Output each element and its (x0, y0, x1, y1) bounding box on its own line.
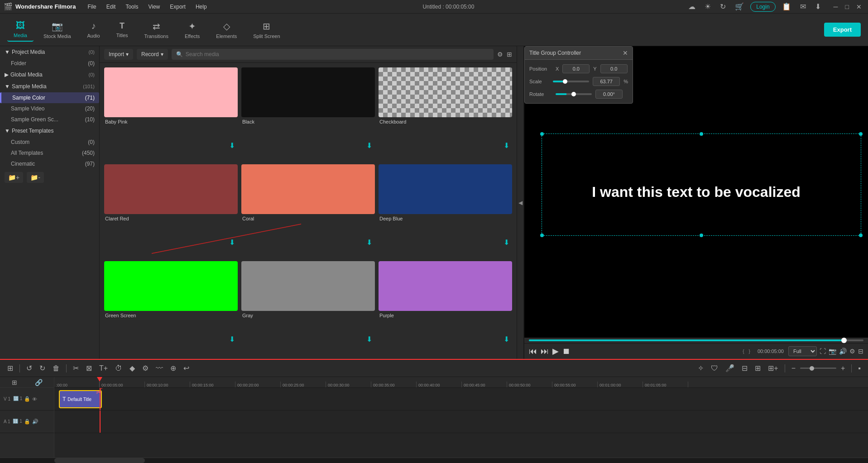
menu-file[interactable]: File (83, 2, 101, 12)
add-track-button[interactable]: ⊞ (12, 379, 17, 386)
record-button[interactable]: Record ▾ (137, 49, 168, 60)
zoom-out-button[interactable]: − (789, 363, 798, 374)
menu-help[interactable]: Help (191, 2, 211, 12)
scale-slider[interactable] (553, 81, 589, 82)
seek-thumb[interactable] (841, 338, 847, 343)
toolbar-transitions[interactable]: ⇄ Transitions (138, 18, 175, 42)
media-item-coral[interactable]: ⬇ Coral (241, 164, 375, 258)
v1-eye[interactable]: 👁 (32, 396, 37, 402)
link-button[interactable]: 🔗 (35, 379, 43, 386)
audio-wave-button[interactable]: 〰 (153, 363, 166, 374)
rotate-input[interactable] (595, 90, 623, 99)
mic-button[interactable]: 🎤 (723, 363, 737, 374)
tgc-close-button[interactable]: ✕ (623, 49, 628, 57)
media-item-black[interactable]: ⬇ Black (241, 67, 375, 161)
menu-edit[interactable]: Edit (102, 2, 120, 12)
media-item-green[interactable]: ⬇ Green Screen (104, 261, 238, 354)
project-media-header[interactable]: ▼ Project Media (0) (0, 46, 99, 58)
global-media-header[interactable]: ▶ Global Media (0) (0, 69, 99, 81)
export-button[interactable]: Export (824, 23, 861, 37)
login-button[interactable]: Login (750, 2, 775, 12)
ai-button[interactable]: ✧ (695, 363, 706, 374)
cloud-icon-btn[interactable]: ☁ (686, 1, 698, 12)
menu-export[interactable]: Export (165, 2, 190, 12)
media-item-checkboard[interactable]: ⬇ Checkboard (379, 67, 512, 161)
search-input[interactable] (186, 51, 489, 57)
minimize-button[interactable]: ─ (831, 2, 841, 11)
shield-button[interactable]: 🛡 (708, 363, 721, 374)
a1-lock[interactable]: 🔒 (24, 419, 30, 425)
loop-button[interactable]: ↩ (181, 363, 192, 374)
settings-button[interactable]: ⚙ (849, 348, 855, 355)
close-button[interactable]: ✕ (854, 2, 864, 11)
timeline-settings-button[interactable]: ▪ (855, 363, 863, 374)
clock-button[interactable]: ⏱ (112, 363, 125, 374)
paint-button[interactable]: ◆ (127, 363, 138, 374)
toolbar-stock-media[interactable]: 📷 Stock Media (37, 18, 77, 42)
sample-color-item[interactable]: Sample Color (71) (0, 92, 99, 103)
grid-button[interactable]: ⊞ (752, 363, 763, 374)
adjust-button[interactable]: ⚙ (139, 363, 151, 374)
toolbar-elements[interactable]: ◇ Elements (210, 18, 243, 42)
undo-button[interactable]: ↺ (24, 363, 35, 374)
text-button[interactable]: T+ (96, 363, 110, 374)
fullscreen-button[interactable]: ⛶ (820, 348, 826, 355)
media-item-deep-blue[interactable]: ⬇ Deep Blue (379, 164, 512, 258)
all-templates-item[interactable]: All Templates (450) (0, 148, 99, 158)
folder-item[interactable]: Folder (0) (0, 58, 99, 69)
toolbar-media[interactable]: 🖼 Media (7, 18, 34, 42)
merge-button[interactable]: ⊕ (168, 363, 179, 374)
stop-button[interactable]: ⏹ (562, 347, 571, 356)
import-button[interactable]: Import ▾ (104, 49, 133, 60)
play-button[interactable]: ▶ (552, 346, 559, 356)
remove-folder-button[interactable]: 📁- (27, 172, 44, 183)
toolbar-audio[interactable]: ♪ Audio (81, 18, 106, 41)
default-title-clip[interactable]: T Default Title (59, 390, 102, 408)
timeline-ruler[interactable]: :00:00 00:00:05:00 00:00:10:00 00:00:15:… (54, 377, 868, 388)
insert-button[interactable]: ⊞+ (765, 363, 781, 374)
timeline-zoom-slider[interactable] (800, 368, 836, 369)
toolbar-titles[interactable]: T Titles (110, 19, 134, 41)
volume-button[interactable]: 🔊 (839, 348, 847, 355)
preset-templates-header[interactable]: ▼ Preset Templates (0, 125, 99, 137)
media-item-claret[interactable]: ⬇ Claret Red (104, 164, 238, 258)
bookmark-icon-btn[interactable]: 📋 (779, 1, 794, 12)
sample-video-item[interactable]: Sample Video (20) (0, 103, 99, 114)
custom-item[interactable]: Custom (0) (0, 137, 99, 148)
media-item-purple[interactable]: ⬇ Purple (379, 261, 512, 354)
position-x-input[interactable] (562, 64, 590, 73)
rotate-slider[interactable] (556, 93, 592, 95)
maximize-button[interactable]: □ (843, 2, 852, 11)
media-item-gray[interactable]: ⬇ Gray (241, 261, 375, 354)
cart-icon-btn[interactable]: 🛒 (732, 1, 747, 12)
mail-icon-btn[interactable]: ✉ (797, 1, 809, 12)
scale-input[interactable] (593, 77, 620, 86)
refresh-icon-btn[interactable]: ↻ (717, 1, 729, 12)
zoom-in-button[interactable]: + (838, 363, 848, 374)
scroll-thumb[interactable] (54, 458, 145, 463)
toolbar-effects[interactable]: ✦ Effects (178, 18, 206, 42)
filter-button[interactable]: ⚙ (497, 51, 503, 58)
media-item-baby-pink[interactable]: ⬇ Baby Pink (104, 67, 238, 161)
download-icon-btn[interactable]: ⬇ (812, 1, 824, 12)
skip-back-button[interactable]: ⏮ (529, 347, 537, 356)
menu-view[interactable]: View (144, 2, 164, 12)
zoom-select[interactable]: Full 150% 100% 75% 50% (788, 346, 817, 356)
step-back-button[interactable]: ⏭ (541, 347, 549, 356)
pip-button[interactable]: ⊟ (858, 348, 863, 355)
seek-bar[interactable] (529, 339, 863, 341)
delete-button[interactable]: 🗑 (50, 363, 62, 374)
multi-select-button[interactable]: ⊞ (5, 363, 16, 374)
toolbar-split-screen[interactable]: ⊞ Split Screen (247, 18, 286, 42)
cinematic-item[interactable]: Cinematic (97) (0, 158, 99, 169)
search-box[interactable]: 🔍 (172, 49, 494, 60)
add-folder-button[interactable]: 📁+ (5, 172, 23, 183)
panel-collapse-handle[interactable]: ◀ (517, 46, 524, 359)
crop-button[interactable]: ⊠ (83, 363, 95, 374)
v1-lock[interactable]: 🔒 (24, 396, 30, 402)
a1-volume[interactable]: 🔊 (32, 419, 38, 425)
position-y-input[interactable] (600, 64, 628, 73)
sun-icon-btn[interactable]: ☀ (702, 1, 714, 12)
subtitle-button[interactable]: ⊟ (739, 363, 750, 374)
menu-tools[interactable]: Tools (121, 2, 143, 12)
